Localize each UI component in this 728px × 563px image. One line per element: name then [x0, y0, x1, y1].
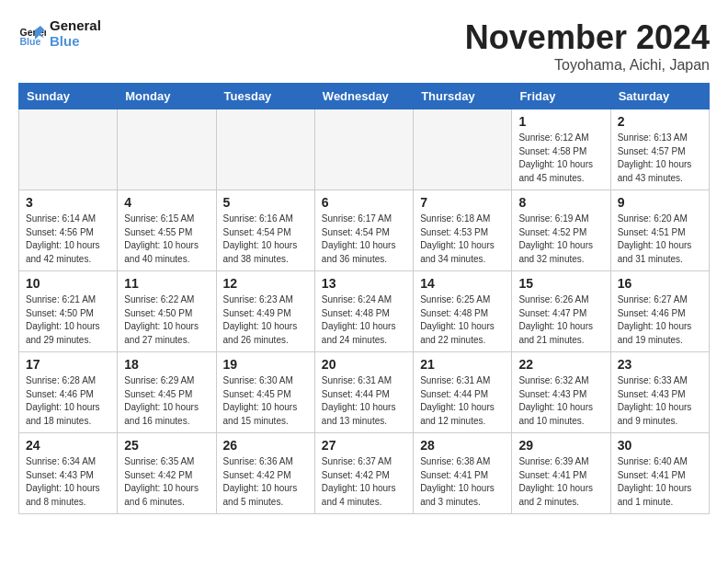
day-info: Sunrise: 6:37 AM Sunset: 4:42 PM Dayligh… — [322, 455, 406, 509]
day-number: 3 — [26, 195, 110, 210]
day-info: Sunrise: 6:17 AM Sunset: 4:54 PM Dayligh… — [322, 213, 406, 266]
day-number: 6 — [322, 195, 406, 210]
calendar-cell: 9Sunrise: 6:20 AM Sunset: 4:51 PM Daylig… — [610, 190, 709, 271]
calendar-cell — [118, 109, 216, 190]
calendar-cell: 27Sunrise: 6:37 AM Sunset: 4:42 PM Dayli… — [314, 433, 413, 514]
day-info: Sunrise: 6:27 AM Sunset: 4:46 PM Dayligh… — [618, 293, 702, 347]
weekday-header-saturday: Saturday — [610, 84, 709, 109]
day-number: 18 — [124, 357, 209, 372]
day-info: Sunrise: 6:32 AM Sunset: 4:43 PM Dayligh… — [518, 374, 603, 428]
location-title: Toyohama, Aichi, Japan — [465, 57, 710, 74]
day-number: 12 — [223, 276, 308, 291]
weekday-header-wednesday: Wednesday — [314, 84, 413, 109]
calendar-cell: 7Sunrise: 6:18 AM Sunset: 4:53 PM Daylig… — [414, 190, 512, 271]
day-info: Sunrise: 6:33 AM Sunset: 4:43 PM Dayligh… — [618, 374, 702, 428]
calendar-cell — [19, 109, 118, 190]
calendar-week-2: 3Sunrise: 6:14 AM Sunset: 4:56 PM Daylig… — [19, 190, 710, 271]
day-info: Sunrise: 6:18 AM Sunset: 4:53 PM Dayligh… — [420, 213, 505, 266]
day-number: 4 — [124, 195, 209, 210]
day-number: 22 — [518, 357, 603, 372]
calendar-cell: 15Sunrise: 6:26 AM Sunset: 4:47 PM Dayli… — [512, 271, 610, 352]
day-info: Sunrise: 6:14 AM Sunset: 4:56 PM Dayligh… — [26, 213, 110, 266]
calendar-cell: 22Sunrise: 6:32 AM Sunset: 4:43 PM Dayli… — [512, 352, 610, 433]
weekday-header-thursday: Thursday — [414, 84, 512, 109]
calendar-cell — [216, 109, 314, 190]
day-info: Sunrise: 6:36 AM Sunset: 4:42 PM Dayligh… — [223, 455, 308, 509]
calendar-cell: 18Sunrise: 6:29 AM Sunset: 4:45 PM Dayli… — [118, 352, 216, 433]
day-number: 28 — [420, 438, 505, 453]
day-number: 1 — [518, 114, 603, 129]
calendar-cell: 11Sunrise: 6:22 AM Sunset: 4:50 PM Dayli… — [118, 271, 216, 352]
day-number: 24 — [26, 438, 110, 453]
calendar-cell: 25Sunrise: 6:35 AM Sunset: 4:42 PM Dayli… — [118, 433, 216, 514]
day-info: Sunrise: 6:22 AM Sunset: 4:50 PM Dayligh… — [124, 293, 209, 347]
calendar-cell — [414, 109, 512, 190]
weekday-header-sunday: Sunday — [19, 84, 118, 109]
day-number: 19 — [223, 357, 308, 372]
calendar-cell: 17Sunrise: 6:28 AM Sunset: 4:46 PM Dayli… — [19, 352, 118, 433]
day-info: Sunrise: 6:40 AM Sunset: 4:41 PM Dayligh… — [618, 455, 702, 509]
day-info: Sunrise: 6:21 AM Sunset: 4:50 PM Dayligh… — [26, 293, 110, 347]
day-info: Sunrise: 6:28 AM Sunset: 4:46 PM Dayligh… — [26, 374, 110, 428]
calendar-week-4: 17Sunrise: 6:28 AM Sunset: 4:46 PM Dayli… — [19, 352, 710, 433]
calendar-cell: 24Sunrise: 6:34 AM Sunset: 4:43 PM Dayli… — [19, 433, 118, 514]
day-number: 27 — [322, 438, 406, 453]
day-info: Sunrise: 6:38 AM Sunset: 4:41 PM Dayligh… — [420, 455, 505, 509]
calendar-table: SundayMondayTuesdayWednesdayThursdayFrid… — [18, 83, 710, 514]
day-number: 16 — [618, 276, 702, 291]
month-title: November 2024 — [465, 18, 710, 57]
day-number: 2 — [618, 114, 702, 129]
day-info: Sunrise: 6:16 AM Sunset: 4:54 PM Dayligh… — [223, 213, 308, 266]
calendar-cell: 23Sunrise: 6:33 AM Sunset: 4:43 PM Dayli… — [610, 352, 709, 433]
calendar-cell: 4Sunrise: 6:15 AM Sunset: 4:55 PM Daylig… — [118, 190, 216, 271]
day-number: 7 — [420, 195, 505, 210]
day-number: 13 — [322, 276, 406, 291]
weekday-header-row: SundayMondayTuesdayWednesdayThursdayFrid… — [19, 84, 710, 109]
day-info: Sunrise: 6:24 AM Sunset: 4:48 PM Dayligh… — [322, 293, 406, 347]
day-info: Sunrise: 6:15 AM Sunset: 4:55 PM Dayligh… — [124, 213, 209, 266]
svg-text:Blue: Blue — [20, 36, 41, 47]
calendar-cell: 30Sunrise: 6:40 AM Sunset: 4:41 PM Dayli… — [610, 433, 709, 514]
calendar-cell: 29Sunrise: 6:39 AM Sunset: 4:41 PM Dayli… — [512, 433, 610, 514]
calendar-cell: 8Sunrise: 6:19 AM Sunset: 4:52 PM Daylig… — [512, 190, 610, 271]
day-info: Sunrise: 6:19 AM Sunset: 4:52 PM Dayligh… — [518, 213, 603, 266]
day-number: 8 — [518, 195, 603, 210]
logo: General Blue General Blue — [18, 18, 101, 49]
day-number: 14 — [420, 276, 505, 291]
calendar-cell: 12Sunrise: 6:23 AM Sunset: 4:49 PM Dayli… — [216, 271, 314, 352]
weekday-header-tuesday: Tuesday — [216, 84, 314, 109]
day-number: 26 — [223, 438, 308, 453]
calendar-cell: 6Sunrise: 6:17 AM Sunset: 4:54 PM Daylig… — [314, 190, 413, 271]
day-number: 21 — [420, 357, 505, 372]
calendar-cell: 20Sunrise: 6:31 AM Sunset: 4:44 PM Dayli… — [314, 352, 413, 433]
day-number: 25 — [124, 438, 209, 453]
day-info: Sunrise: 6:31 AM Sunset: 4:44 PM Dayligh… — [322, 374, 406, 428]
day-number: 9 — [618, 195, 702, 210]
calendar-week-5: 24Sunrise: 6:34 AM Sunset: 4:43 PM Dayli… — [19, 433, 710, 514]
day-number: 5 — [223, 195, 308, 210]
logo-icon: General Blue — [18, 20, 46, 48]
day-info: Sunrise: 6:35 AM Sunset: 4:42 PM Dayligh… — [124, 455, 209, 509]
day-info: Sunrise: 6:29 AM Sunset: 4:45 PM Dayligh… — [124, 374, 209, 428]
calendar-week-1: 1Sunrise: 6:12 AM Sunset: 4:58 PM Daylig… — [19, 109, 710, 190]
day-number: 20 — [322, 357, 406, 372]
day-number: 23 — [618, 357, 702, 372]
calendar-cell: 2Sunrise: 6:13 AM Sunset: 4:57 PM Daylig… — [610, 109, 709, 190]
day-number: 30 — [618, 438, 702, 453]
calendar-cell: 19Sunrise: 6:30 AM Sunset: 4:45 PM Dayli… — [216, 352, 314, 433]
title-section: November 2024 Toyohama, Aichi, Japan — [465, 18, 710, 74]
header: General Blue General Blue November 2024 … — [18, 18, 710, 74]
day-info: Sunrise: 6:31 AM Sunset: 4:44 PM Dayligh… — [420, 374, 505, 428]
day-info: Sunrise: 6:34 AM Sunset: 4:43 PM Dayligh… — [26, 455, 110, 509]
weekday-header-monday: Monday — [118, 84, 216, 109]
calendar-cell: 16Sunrise: 6:27 AM Sunset: 4:46 PM Dayli… — [610, 271, 709, 352]
calendar-cell: 10Sunrise: 6:21 AM Sunset: 4:50 PM Dayli… — [19, 271, 118, 352]
calendar-cell: 14Sunrise: 6:25 AM Sunset: 4:48 PM Dayli… — [414, 271, 512, 352]
day-number: 17 — [26, 357, 110, 372]
day-number: 15 — [518, 276, 603, 291]
day-info: Sunrise: 6:30 AM Sunset: 4:45 PM Dayligh… — [223, 374, 308, 428]
day-info: Sunrise: 6:25 AM Sunset: 4:48 PM Dayligh… — [420, 293, 505, 347]
calendar-cell: 5Sunrise: 6:16 AM Sunset: 4:54 PM Daylig… — [216, 190, 314, 271]
calendar-cell: 1Sunrise: 6:12 AM Sunset: 4:58 PM Daylig… — [512, 109, 610, 190]
calendar-cell: 3Sunrise: 6:14 AM Sunset: 4:56 PM Daylig… — [19, 190, 118, 271]
